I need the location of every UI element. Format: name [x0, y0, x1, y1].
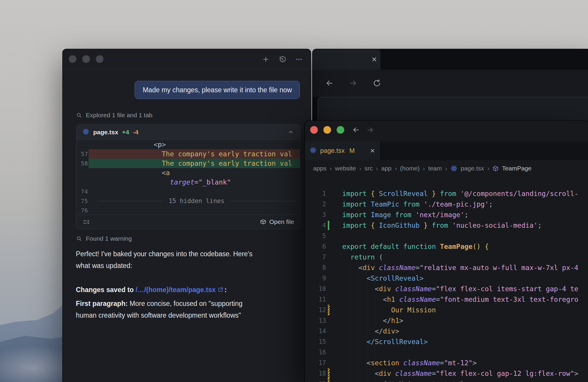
code-line[interactable]: 15 </ScrollReveal>: [305, 336, 588, 347]
code-text: export default function TeamPage() {: [342, 241, 489, 252]
forward-icon[interactable]: [366, 126, 374, 134]
plus-icon[interactable]: [262, 56, 270, 63]
breadcrumb-separator: ›: [487, 165, 489, 172]
assistant-window[interactable]: Made my changes, please write it into th…: [62, 49, 311, 382]
git-gutter: [328, 347, 330, 358]
traffic-light-zoom[interactable]: [337, 126, 344, 134]
breadcrumb-item-team[interactable]: team: [428, 165, 442, 172]
code-line[interactable]: 13 </h1>: [305, 315, 588, 326]
line-number: 11: [305, 294, 326, 305]
git-gutter: [328, 284, 330, 294]
code-text: Our Mission: [342, 305, 436, 315]
editor-window[interactable]: page.tsx M apps›website›src›app›(home)›t…: [304, 120, 588, 382]
git-gutter: [328, 231, 330, 241]
diff-line-number: [76, 168, 88, 177]
traffic-light-minimize[interactable]: [82, 55, 90, 63]
code-line[interactable]: 1import { ScrollReveal } from '@/compone…: [305, 188, 588, 199]
code-line[interactable]: 12 Our Mission: [305, 305, 588, 315]
git-gutter: [328, 294, 330, 305]
forward-icon[interactable]: [349, 79, 358, 88]
reload-icon[interactable]: [372, 79, 381, 88]
breadcrumb-item-teampage[interactable]: TeamPage: [502, 165, 531, 172]
indent-guide: [358, 263, 359, 382]
code-text: <section className="mt-12">: [342, 358, 477, 368]
diff-line-number: 57: [76, 149, 88, 159]
breadcrumb-item-src[interactable]: src: [365, 165, 373, 172]
diff-card-footer: Open file: [76, 215, 300, 229]
git-gutter: [328, 262, 330, 273]
line-number: 15: [305, 336, 326, 347]
close-icon[interactable]: [370, 148, 375, 154]
code-line[interactable]: 6export default function TeamPage() {: [305, 241, 588, 252]
breadcrumb-item-apps[interactable]: apps: [313, 165, 327, 172]
git-gutter: [328, 199, 330, 210]
breadcrumb-item-website[interactable]: website: [335, 165, 356, 172]
traffic-light-minimize[interactable]: [323, 126, 331, 134]
breadcrumb-item-pagetsx[interactable]: page.tsx: [461, 165, 484, 172]
code-line[interactable]: 16: [305, 347, 588, 358]
git-gutter: [328, 210, 330, 220]
more-icon[interactable]: [295, 56, 303, 63]
diff-card-header[interactable]: page.tsx +4 -4: [76, 125, 300, 140]
code-line[interactable]: 9 <ScrollReveal>: [305, 273, 588, 284]
diff-row: 58 The company's early traction val: [76, 159, 300, 168]
code-line[interactable]: 11 <h1 className="font-medium text-3xl t…: [305, 294, 588, 305]
code-line[interactable]: 3import Image from 'next/image';: [305, 210, 588, 220]
traffic-light-close[interactable]: [69, 55, 76, 63]
react-icon-slot: [310, 147, 317, 155]
warning-status-row: Found 1 warning: [76, 235, 132, 242]
diff-line-number: [76, 140, 88, 149]
line-number: 19: [305, 379, 326, 382]
open-file-icon: [260, 219, 266, 225]
code-line[interactable]: 10 <div className="flex flex-col items-s…: [305, 284, 588, 294]
breadcrumb-separator: ›: [395, 165, 397, 172]
diff-code-text: The company's early traction val: [88, 149, 300, 159]
search-icon: [76, 236, 82, 242]
git-gutter: [328, 273, 330, 284]
code-line[interactable]: 4import { IconGithub } from 'nucleo-soci…: [305, 220, 588, 231]
code-line[interactable]: 14 </div>: [305, 326, 588, 336]
git-gutter: [328, 336, 330, 347]
code-text: import { IconGithub } from 'nucleo-socia…: [342, 220, 542, 231]
hidden-lines-label[interactable]: 15 hidden lines: [169, 197, 225, 205]
line-number: 13: [305, 315, 326, 326]
code-line[interactable]: 2import TeamPic from './team-pic.jpg';: [305, 199, 588, 210]
code-line[interactable]: 19 {/* Main content */}: [305, 379, 588, 382]
breadcrumb-item-home[interactable]: (home): [400, 165, 420, 172]
code-text: import { ScrollReveal } from '@/componen…: [342, 188, 578, 199]
line-number: 7: [305, 252, 326, 262]
close-icon[interactable]: [371, 56, 377, 63]
code-line[interactable]: 18 <div className="flex flex-col gap-12 …: [305, 368, 588, 379]
diff-line-number: 76: [76, 206, 88, 215]
user-message-text: Made my changes, please write it into th…: [143, 86, 292, 94]
code-line[interactable]: 7 return (: [305, 252, 588, 262]
assistant-reply-intro: Perfect! I've baked your changes into th…: [76, 248, 305, 272]
code-text: import TeamPic from './team-pic.jpg';: [342, 199, 493, 210]
line-number: 9: [305, 273, 326, 284]
traffic-light-close[interactable]: [310, 126, 318, 134]
code-text: <div className="relative mx-auto w-full …: [342, 262, 578, 273]
tab-page-tsx[interactable]: page.tsx M: [305, 142, 380, 160]
code-line[interactable]: 8 <div className="relative mx-auto w-ful…: [305, 262, 588, 273]
browser-tab[interactable]: [313, 49, 380, 70]
code-line[interactable]: 5: [305, 231, 588, 241]
diff-code-text: target="_blank": [88, 177, 300, 187]
back-icon[interactable]: [352, 126, 360, 134]
diff-row: 57 The company's early traction val: [76, 149, 300, 159]
line-number: 2: [305, 199, 326, 210]
code-editor-area[interactable]: 1import { ScrollReveal } from '@/compone…: [305, 177, 588, 382]
breadcrumb-item-app[interactable]: app: [381, 165, 392, 172]
diff-line-number: [76, 177, 88, 187]
breadcrumb: apps›website›src›app›(home)›team› page.t…: [305, 160, 588, 177]
code-text: import Image from 'next/image';: [342, 210, 468, 220]
traffic-light-zoom[interactable]: [96, 55, 103, 63]
history-icon[interactable]: [278, 56, 286, 63]
warning-status-text: Found 1 warning: [86, 235, 132, 242]
expand-lines-icon[interactable]: [82, 218, 90, 226]
open-file-button[interactable]: Open file: [260, 218, 294, 225]
react-icon: [450, 165, 457, 172]
code-line[interactable]: 17 <section className="mt-12">: [305, 358, 588, 368]
back-icon[interactable]: [325, 79, 334, 88]
diff-code-text: <p>: [88, 140, 300, 149]
chevron-up-icon[interactable]: [288, 129, 294, 135]
